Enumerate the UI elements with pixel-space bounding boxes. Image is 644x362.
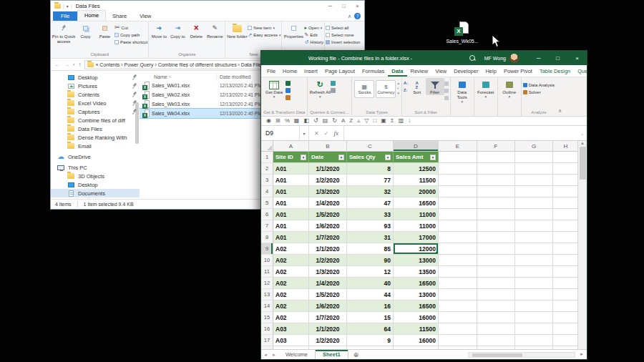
cell-E6[interactable] <box>439 209 477 220</box>
cell-C5[interactable]: 47 <box>347 197 394 209</box>
sheet-tab-sheet1[interactable]: Sheet1 <box>315 350 348 359</box>
column-header-name[interactable]: Name ᐱ <box>140 72 217 81</box>
cell-G17[interactable] <box>515 335 553 346</box>
row-header-11[interactable]: 11 <box>261 266 273 278</box>
cell-D17[interactable]: 16000 <box>394 335 439 346</box>
cell-F8[interactable] <box>477 232 515 243</box>
scroll-up-arrow-icon[interactable]: ▲ <box>580 141 585 145</box>
excel-tab-data[interactable]: Data <box>388 65 406 77</box>
up-arrow-icon[interactable]: ↑ <box>78 62 82 68</box>
excel-tab-table-design[interactable]: Table Design <box>536 65 574 77</box>
from-text-csv-button[interactable] <box>286 80 291 87</box>
cell-A8[interactable]: A01 <box>273 232 309 243</box>
cell-G13[interactable] <box>515 289 553 300</box>
ribbon-collapse-icon[interactable]: ∧ <box>345 14 354 21</box>
back-arrow-icon[interactable]: ← <box>54 62 61 68</box>
cell-D10[interactable]: 13000 <box>394 255 439 266</box>
row-header-2[interactable]: 2 <box>261 163 273 175</box>
excel-minimize-button[interactable]: ─ <box>529 51 548 65</box>
row-header-16[interactable]: 16 <box>261 323 273 335</box>
paste-shortcut-button[interactable]: Paste shortcut <box>114 39 147 45</box>
clear-filter-button[interactable] <box>444 80 449 87</box>
cell-E13[interactable] <box>439 289 477 300</box>
cell-E16[interactable] <box>439 323 477 335</box>
cell-E15[interactable] <box>439 312 477 323</box>
cell-E10[interactable] <box>439 255 477 266</box>
queries-connections-button[interactable] <box>331 80 336 87</box>
get-data-button[interactable]: Get Data▾ <box>263 78 286 99</box>
funnel-icon[interactable]: ▽ <box>364 118 369 124</box>
paint-icon[interactable]: ◧ <box>303 118 309 124</box>
filter-dropdown-icon[interactable]: ▾ <box>301 155 306 160</box>
excel-tab-insert[interactable]: Insert <box>301 65 321 77</box>
grid-icon[interactable]: ▥ <box>399 118 404 124</box>
sum-icon[interactable]: Σ <box>391 118 394 124</box>
column-header-G[interactable]: G <box>515 141 553 151</box>
properties-button-xl[interactable] <box>331 87 336 94</box>
cell-H1[interactable] <box>553 152 577 163</box>
sidebar-item-downloads[interactable]: ↓Downloads <box>51 197 140 199</box>
redo-icon[interactable]: ↻ <box>332 118 337 124</box>
row-header-13[interactable]: 13 <box>261 289 273 300</box>
row-header-10[interactable]: 10 <box>261 255 273 266</box>
cell-F10[interactable] <box>477 255 515 266</box>
sidebar-item-combine-files-of-diff[interactable]: Combine files of diff <box>51 116 140 124</box>
cell-B2[interactable]: 1/1/2020 <box>309 163 347 175</box>
excel-tab-developer[interactable]: Developer <box>450 65 482 77</box>
borders-icon[interactable]: ▦ <box>294 118 300 124</box>
cell-H6[interactable] <box>553 209 577 220</box>
explorer-tab-share[interactable]: Share <box>106 11 133 21</box>
explorer-maximize-button[interactable]: □ <box>337 1 351 11</box>
cell-G4[interactable] <box>515 186 553 197</box>
cell-E11[interactable] <box>439 266 477 278</box>
cell-H8[interactable] <box>553 232 577 243</box>
cell-H16[interactable] <box>553 323 577 335</box>
column-header-A[interactable]: A <box>273 141 309 151</box>
cell-G10[interactable] <box>515 255 553 266</box>
currency-data-type[interactable]: $ Currency <box>376 80 396 98</box>
cell-B6[interactable]: 1/5/2020 <box>309 209 347 220</box>
row-header-5[interactable]: 5 <box>261 197 273 209</box>
qat-dropdown-icon[interactable]: ▾ <box>67 4 69 9</box>
row-header-8[interactable]: 8 <box>261 232 273 243</box>
cell-C11[interactable]: 12 <box>347 266 394 278</box>
hscroll-thumb[interactable] <box>472 353 522 357</box>
cell-C8[interactable]: 31 <box>347 232 394 243</box>
row-header-3[interactable]: 3 <box>261 175 273 186</box>
advanced-filter-button[interactable] <box>444 94 449 101</box>
cell-E4[interactable] <box>439 186 477 197</box>
excel-tab-help[interactable]: Help <box>482 65 499 77</box>
outline-button[interactable]: Outline▾ <box>499 78 519 99</box>
cell-C12[interactable]: 40 <box>347 278 394 289</box>
excel-tab-page-layout[interactable]: Page Layout <box>321 65 358 77</box>
name-box-dropdown-icon[interactable]: ▾ <box>300 126 309 140</box>
easy-access-button[interactable]: ↗Easy access ▾ <box>248 31 280 38</box>
cell-B5[interactable]: 1/4/2020 <box>309 197 347 209</box>
cell-E9[interactable] <box>439 243 477 255</box>
select-all-button[interactable]: Select all <box>326 24 360 31</box>
excel-restore-button[interactable]: □ <box>548 51 567 65</box>
cell-A9[interactable]: A02 <box>273 243 309 255</box>
cell-D8[interactable]: 17000 <box>394 232 439 243</box>
cell-B3[interactable]: 1/2/2020 <box>309 175 347 186</box>
open-button[interactable]: ▸Open ▾ <box>304 24 323 31</box>
invert-selection-button[interactable]: Invert selection <box>326 39 360 45</box>
cell-A4[interactable]: A01 <box>273 186 309 197</box>
sheet-nav-right-icon[interactable]: ► <box>270 353 278 357</box>
cell-H2[interactable] <box>553 163 577 175</box>
cell-B9[interactable]: 1/1/2020 <box>309 243 347 255</box>
cell-F16[interactable] <box>477 323 515 335</box>
save-icon[interactable]: ▤ <box>323 118 328 124</box>
cell-H17[interactable] <box>553 335 577 346</box>
excel-tab-query[interactable]: Query <box>574 65 587 77</box>
cell-G11[interactable] <box>515 266 553 278</box>
cell-G5[interactable] <box>515 197 553 209</box>
cell-E5[interactable] <box>439 197 477 209</box>
sidebar-item-3d-objects[interactable]: 3D Objects <box>51 172 140 180</box>
cell-D16[interactable]: 11500 <box>394 323 439 335</box>
cell-A16[interactable]: A03 <box>273 323 309 335</box>
cell-F9[interactable] <box>477 243 515 255</box>
cell-D12[interactable]: 16500 <box>394 278 439 289</box>
formula-bar[interactable] <box>344 126 577 140</box>
camera-icon[interactable]: ◉ <box>266 118 271 124</box>
